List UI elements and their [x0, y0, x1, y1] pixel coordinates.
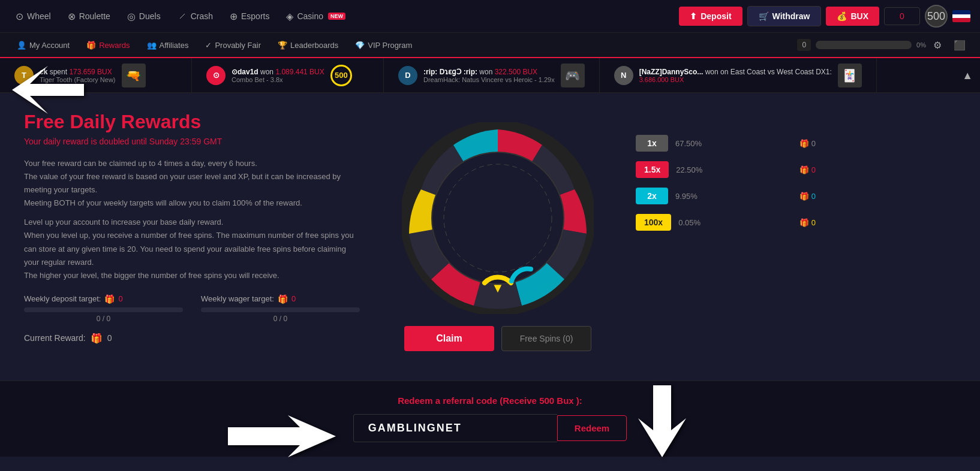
targets-row: Weekly deposit target: 🎁 0 0 / 0 Weekly …	[24, 294, 360, 323]
settings-button[interactable]: ⚙	[928, 37, 946, 53]
provably-fair-icon: ✓	[205, 41, 212, 50]
right-panel: 1x 67.50% 🎁 0 1.5x 22.50% 🎁 0 2x 9.95% 🎁…	[636, 111, 816, 363]
weekly-deposit-target: Weekly deposit target: 🎁 0 0 / 0	[24, 294, 183, 323]
referral-amount: 500	[539, 395, 554, 406]
deposit-icon: ⬆	[690, 11, 697, 21]
ticker-item-3: D :rip: DɿɛɡƆ :rip: won 322.500 BUX Drea…	[384, 58, 600, 92]
multiplier-row-2x: 2x 9.95% 🎁 0	[636, 188, 816, 204]
bux-count-display: 0	[884, 7, 920, 25]
ticker-collapse-button[interactable]: ▲	[962, 69, 973, 81]
ticker: T ck spent 173.659 BUX Tiger Tooth (Fact…	[0, 58, 980, 93]
claim-button[interactable]: Claim	[404, 326, 494, 351]
ticker-text-3: :rip: DɿɛɡƆ :rip: won 322.500 BUX DreamH…	[423, 68, 555, 83]
deposit-progress-text: 0 / 0	[24, 315, 183, 323]
ticker-item-image-4: 🃏	[838, 64, 862, 87]
deposit-progress-bar-bg	[24, 307, 183, 312]
rewards-description: Your free reward can be claimed up to 4 …	[24, 157, 360, 282]
logout-button[interactable]: ⬛	[949, 37, 970, 53]
multiplier-pct-2x: 9.95%	[675, 192, 711, 201]
sec-nav-my-account[interactable]: 👤 My Account	[10, 37, 77, 53]
nav-roulette[interactable]: ⊗ Roulette	[62, 7, 116, 26]
nav-wheel[interactable]: ⊙ Wheel	[10, 7, 57, 26]
rewards-title: Free Daily Rewards	[24, 111, 360, 133]
sec-nav-vip[interactable]: 💎 VIP Program	[348, 37, 419, 53]
current-reward-row: Current Reward: 🎁 0	[24, 333, 360, 344]
roulette-icon: ⊗	[68, 11, 76, 22]
nav-esports[interactable]: ⊕ Esports	[224, 7, 275, 26]
multiplier-coins-100x: 🎁 0	[799, 218, 816, 227]
language-flag[interactable]	[952, 10, 970, 22]
bux-icon: 💰	[837, 11, 847, 21]
ticker-500-badge: 500	[330, 65, 352, 86]
main-content: Free Daily Rewards Your daily reward is …	[0, 93, 980, 381]
nav-duels[interactable]: ◎ Duels	[121, 7, 167, 26]
rewards-subtitle: Your daily reward is doubled until Sunda…	[24, 137, 360, 146]
wager-target-count: 0	[291, 294, 296, 303]
xp-bar-container: 0 0%	[797, 39, 926, 51]
multiplier-badge-1-5x: 1.5x	[636, 161, 669, 178]
ticker-text-4: [NaZZ]DannySco... won on East Coast vs W…	[639, 68, 832, 83]
wager-icon-small: 🎁	[278, 294, 288, 304]
ticker-avatar-3: D	[398, 66, 417, 85]
deposit-button[interactable]: ⬆ Deposit	[679, 7, 742, 26]
xp-badge: 0	[797, 39, 811, 51]
wager-target-label: Weekly wager target:	[201, 294, 274, 303]
svg-point-1	[432, 152, 564, 284]
current-reward-value: 0	[107, 333, 112, 343]
deposit-target-label: Weekly deposit target:	[24, 294, 101, 303]
wheel-container: ▼	[402, 122, 594, 314]
secondary-nav: 👤 My Account 🎁 Rewards 👥 Affiliates ✓ Pr…	[0, 33, 980, 58]
multiplier-pct-100x: 0.05%	[678, 218, 714, 227]
ticker-avatar-1: T	[14, 66, 34, 85]
wheel-buttons: Claim Free Spins (0)	[404, 326, 591, 351]
multiplier-badge-2x: 2x	[636, 188, 668, 204]
multiplier-pct-1x: 67.50%	[675, 139, 711, 148]
multiplier-row-1-5x: 1.5x 22.50% 🎁 0	[636, 161, 816, 178]
multiplier-row-1x: 1x 67.50% 🎁 0	[636, 135, 816, 152]
xp-bar-background	[816, 41, 912, 49]
rewards-icon: 🎁	[86, 41, 96, 50]
avatar[interactable]: 500	[925, 5, 948, 28]
referral-section: Redeem a referral code (Receive 500 Bux …	[0, 381, 980, 457]
sec-nav-affiliates[interactable]: 👥 Affiliates	[140, 37, 196, 53]
redeem-button[interactable]: Redeem	[557, 415, 627, 441]
sec-nav-rewards[interactable]: 🎁 Rewards	[79, 37, 137, 53]
vip-icon: 💎	[355, 41, 365, 50]
current-reward-icon: 🎁	[91, 333, 103, 344]
account-icon: 👤	[17, 41, 26, 50]
leaderboards-icon: 🏆	[278, 41, 287, 50]
coins-icon-1-5x: 🎁	[799, 165, 809, 174]
multiplier-coins-2x: 🎁 0	[799, 192, 816, 201]
weekly-wager-target: Weekly wager target: 🎁 0 0 / 0	[201, 294, 360, 323]
multiplier-coins-1x: 🎁 0	[799, 139, 816, 148]
casino-icon: ◈	[286, 11, 293, 22]
nav-crash[interactable]: ⟋ Crash	[172, 7, 219, 25]
xp-percent-label: 0%	[916, 41, 926, 49]
wheel-area: ▼ Claim Free Spins (0)	[384, 111, 612, 363]
sec-nav-provably-fair[interactable]: ✓ Provably Fair	[198, 37, 268, 53]
ticker-avatar-2: ⊙	[206, 66, 226, 85]
sec-nav-leaderboards[interactable]: 🏆 Leaderboards	[270, 37, 345, 53]
referral-code-input[interactable]	[353, 414, 557, 442]
wheel-arrow: ▼	[491, 280, 504, 296]
wheel-icon: ⊙	[16, 11, 23, 22]
bux-button[interactable]: 💰 BUX	[826, 7, 879, 26]
crash-icon: ⟋	[178, 11, 187, 22]
casino-new-badge: NEW	[328, 13, 345, 20]
ticker-item-1: T ck spent 173.659 BUX Tiger Tooth (Fact…	[0, 58, 192, 92]
wager-progress-bar-bg	[201, 307, 360, 312]
ticker-text-1: ck spent 173.659 BUX Tiger Tooth (Factor…	[40, 68, 116, 83]
nav-casino[interactable]: ◈ Casino NEW	[280, 7, 351, 26]
referral-input-row: Redeem	[353, 414, 627, 442]
multiplier-pct-1-5x: 22.50%	[676, 165, 712, 174]
esports-icon: ⊕	[230, 11, 238, 22]
wager-progress-text: 0 / 0	[201, 315, 360, 323]
withdraw-button[interactable]: 🛒 Withdraw	[747, 6, 822, 26]
multiplier-badge-100x: 100x	[636, 214, 671, 231]
deposit-target-count: 0	[118, 294, 122, 303]
ticker-avatar-4: N	[614, 66, 633, 85]
coins-icon-2x: 🎁	[799, 192, 809, 201]
left-panel: Free Daily Rewards Your daily reward is …	[24, 111, 360, 363]
free-spins-button[interactable]: Free Spins (0)	[501, 326, 591, 351]
ticker-item-image-1: 🔫	[122, 64, 146, 87]
